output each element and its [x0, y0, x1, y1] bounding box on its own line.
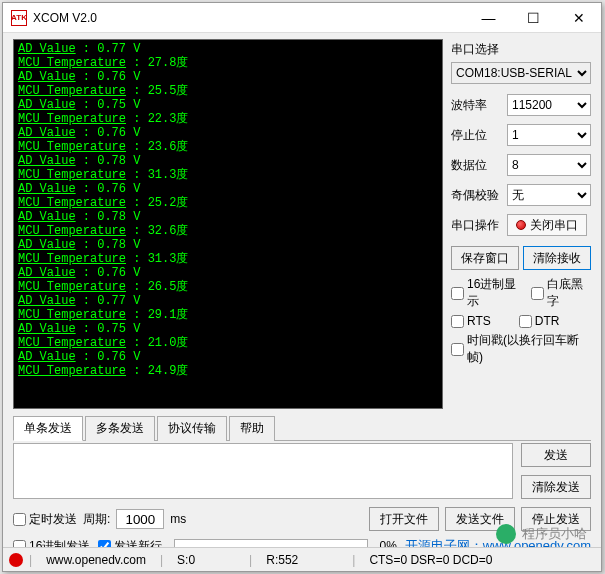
- status-url: www.openedv.com: [38, 553, 154, 567]
- stopbit-select[interactable]: 1: [507, 124, 591, 146]
- terminal-line: AD_Value : 0.76 V: [18, 266, 438, 280]
- parity-label: 奇偶校验: [451, 187, 503, 204]
- terminal-line: AD_Value : 0.77 V: [18, 42, 438, 56]
- watermark: 程序员小哈: [496, 524, 587, 544]
- send-tabs: 单条发送 多条发送 协议传输 帮助: [13, 415, 591, 441]
- status-bar: | www.openedv.com | S:0 | R:552 | CTS=0 …: [3, 547, 601, 571]
- status-dot-icon: [516, 220, 526, 230]
- databit-label: 数据位: [451, 157, 503, 174]
- baud-select[interactable]: 115200: [507, 94, 591, 116]
- main-area: AD_Value : 0.77 VMCU_Temperature : 27.8度…: [3, 33, 601, 409]
- period-input[interactable]: [116, 509, 164, 529]
- send-button[interactable]: 发送: [521, 443, 591, 467]
- titlebar: ATK XCOM V2.0 — ☐ ✕: [3, 3, 601, 33]
- terminal-output[interactable]: AD_Value : 0.77 VMCU_Temperature : 27.8度…: [13, 39, 443, 409]
- parity-select[interactable]: 无: [507, 184, 591, 206]
- wechat-icon: [496, 524, 516, 544]
- dtr-checkbox[interactable]: DTR: [519, 314, 560, 328]
- open-file-button[interactable]: 打开文件: [369, 507, 439, 531]
- terminal-line: MCU_Temperature : 26.5度: [18, 280, 438, 294]
- serial-op-label: 串口操作: [451, 217, 503, 234]
- terminal-line: MCU_Temperature : 24.9度: [18, 364, 438, 378]
- terminal-line: MCU_Temperature : 25.5度: [18, 84, 438, 98]
- baud-label: 波特率: [451, 97, 503, 114]
- status-flags: CTS=0 DSR=0 DCD=0: [361, 553, 500, 567]
- hex-display-checkbox[interactable]: 16进制显示: [451, 276, 523, 310]
- terminal-line: MCU_Temperature : 22.3度: [18, 112, 438, 126]
- terminal-line: MCU_Temperature : 21.0度: [18, 336, 438, 350]
- app-icon: ATK: [11, 10, 27, 26]
- terminal-line: MCU_Temperature : 29.1度: [18, 308, 438, 322]
- close-button[interactable]: ✕: [556, 3, 601, 32]
- terminal-line: AD_Value : 0.78 V: [18, 154, 438, 168]
- period-unit: ms: [170, 512, 186, 526]
- terminal-line: AD_Value : 0.77 V: [18, 294, 438, 308]
- tab-protocol[interactable]: 协议传输: [157, 416, 227, 441]
- terminal-line: AD_Value : 0.75 V: [18, 98, 438, 112]
- close-port-button[interactable]: 关闭串口: [507, 214, 587, 236]
- maximize-button[interactable]: ☐: [511, 3, 556, 32]
- terminal-line: MCU_Temperature : 23.6度: [18, 140, 438, 154]
- terminal-line: AD_Value : 0.76 V: [18, 126, 438, 140]
- record-icon[interactable]: [9, 553, 23, 567]
- timed-send-checkbox[interactable]: 定时发送: [13, 511, 77, 528]
- port-select[interactable]: COM18:USB-SERIAL: [451, 62, 591, 84]
- tab-single-send[interactable]: 单条发送: [13, 416, 83, 441]
- databit-select[interactable]: 8: [507, 154, 591, 176]
- serial-settings-panel: 串口选择 COM18:USB-SERIAL 波特率 115200 停止位 1 数…: [451, 39, 591, 409]
- terminal-line: AD_Value : 0.76 V: [18, 70, 438, 84]
- terminal-line: AD_Value : 0.75 V: [18, 322, 438, 336]
- app-window: ATK XCOM V2.0 — ☐ ✕ AD_Value : 0.77 VMCU…: [2, 2, 602, 572]
- terminal-line: MCU_Temperature : 31.3度: [18, 252, 438, 266]
- terminal-line: AD_Value : 0.76 V: [18, 350, 438, 364]
- timestamp-checkbox[interactable]: 时间戳(以换行回车断帧): [451, 332, 591, 366]
- period-label: 周期:: [83, 511, 110, 528]
- send-input[interactable]: [13, 443, 513, 499]
- status-received: R:552: [258, 553, 306, 567]
- window-title: XCOM V2.0: [33, 11, 466, 25]
- rts-checkbox[interactable]: RTS: [451, 314, 491, 328]
- terminal-line: AD_Value : 0.76 V: [18, 182, 438, 196]
- send-area: 发送 清除发送: [13, 443, 591, 499]
- stopbit-label: 停止位: [451, 127, 503, 144]
- clear-send-button[interactable]: 清除发送: [521, 475, 591, 499]
- terminal-line: MCU_Temperature : 32.6度: [18, 224, 438, 238]
- minimize-button[interactable]: —: [466, 3, 511, 32]
- port-select-label: 串口选择: [451, 41, 591, 58]
- terminal-line: AD_Value : 0.78 V: [18, 210, 438, 224]
- terminal-line: MCU_Temperature : 27.8度: [18, 56, 438, 70]
- terminal-line: MCU_Temperature : 25.2度: [18, 196, 438, 210]
- terminal-line: AD_Value : 0.78 V: [18, 238, 438, 252]
- white-bg-checkbox[interactable]: 白底黑字: [531, 276, 591, 310]
- terminal-line: MCU_Temperature : 31.3度: [18, 168, 438, 182]
- window-buttons: — ☐ ✕: [466, 3, 601, 32]
- tab-multi-send[interactable]: 多条发送: [85, 416, 155, 441]
- save-window-button[interactable]: 保存窗口: [451, 246, 519, 270]
- clear-receive-button[interactable]: 清除接收: [523, 246, 591, 270]
- status-sent: S:0: [169, 553, 203, 567]
- tab-help[interactable]: 帮助: [229, 416, 275, 441]
